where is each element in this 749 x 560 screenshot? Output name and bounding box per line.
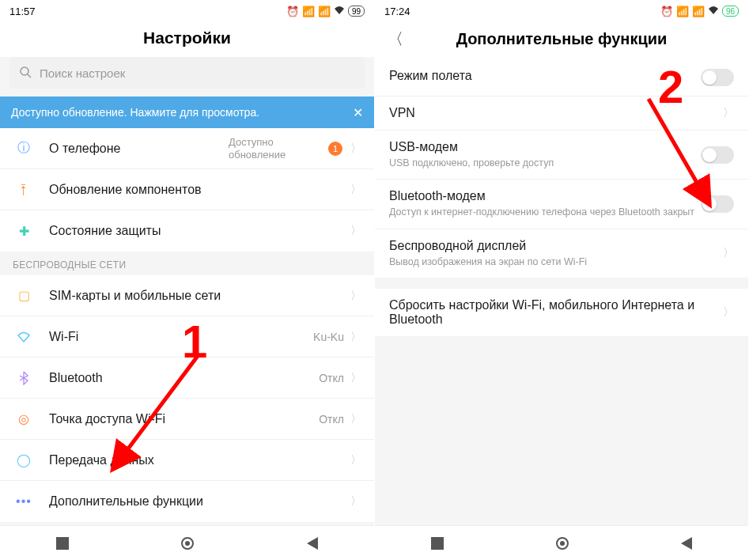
back-icon[interactable]: 〈 xyxy=(388,28,407,50)
row-value: Ku-Ku xyxy=(313,331,344,343)
search-input[interactable]: Поиск настроек xyxy=(9,57,365,89)
row-wireless-display[interactable]: Беспроводной дисплей Вывод изображения н… xyxy=(375,229,748,278)
row-label: Состояние защиты xyxy=(49,224,350,238)
row-sub: Вывод изображения на экран по сети Wi-Fi xyxy=(389,255,723,268)
row-label: Режим полета xyxy=(389,69,701,83)
nav-bar xyxy=(375,525,748,560)
alarm-icon: ⏰ xyxy=(286,6,299,17)
row-sub: Доступ к интернет-подключению телефона ч… xyxy=(389,206,701,218)
row-label: Bluetooth-модем xyxy=(389,189,701,203)
hotspot-icon: ◎ xyxy=(13,408,35,430)
signal-icon: 📶 xyxy=(676,6,689,17)
page-title: Дополнительные функции xyxy=(407,30,736,48)
row-sim[interactable]: ▢ SIM-карты и мобильные сети 〉 xyxy=(0,275,374,316)
row-airplane-mode[interactable]: Режим полета xyxy=(375,59,748,96)
nav-recents-icon[interactable] xyxy=(56,537,69,550)
signal-icon-2: 📶 xyxy=(692,6,705,17)
row-label: Сбросить настройки Wi-Fi, мобильного Инт… xyxy=(389,298,723,327)
row-vpn[interactable]: VPN 〉 xyxy=(375,96,748,131)
nav-back-icon[interactable] xyxy=(307,537,318,550)
chevron-right-icon: 〉 xyxy=(723,305,734,320)
status-icons: ⏰ 📶 📶 99 xyxy=(286,6,365,17)
status-bar: 17:24 ⏰ 📶 📶 96 xyxy=(375,0,748,22)
signal-icon-2: 📶 xyxy=(318,6,331,17)
wifi-icon xyxy=(334,6,345,17)
badge-count: 1 xyxy=(328,142,342,156)
chevron-right-icon: 〉 xyxy=(350,330,361,344)
row-bluetooth-tethering[interactable]: Bluetooth-модем Доступ к интернет-подклю… xyxy=(375,180,748,229)
title-row: 〈 Дополнительные функции xyxy=(375,22,748,59)
toggle-bluetooth-tethering[interactable] xyxy=(701,195,734,213)
nav-home-icon[interactable] xyxy=(556,537,569,550)
update-banner[interactable]: Доступно обновление. Нажмите для просмот… xyxy=(0,96,374,128)
right-phone: 17:24 ⏰ 📶 📶 96 〈 Дополнительные функции … xyxy=(374,0,748,560)
close-icon[interactable]: ✕ xyxy=(353,105,363,120)
chevron-right-icon: 〉 xyxy=(723,246,734,260)
toggle-usb-tethering[interactable] xyxy=(701,146,734,164)
row-hotspot[interactable]: ◎ Точка доступа Wi-Fi Откл 〉 xyxy=(0,399,374,440)
row-label: Дополнительные функции xyxy=(49,494,350,509)
nav-back-icon[interactable] xyxy=(681,537,692,550)
row-sub: Доступно обновление xyxy=(229,136,323,161)
chevron-right-icon: 〉 xyxy=(350,142,361,156)
nav-home-icon[interactable] xyxy=(181,537,194,550)
row-label: SIM-карты и мобильные сети xyxy=(49,289,350,303)
row-label: Bluetooth xyxy=(49,371,319,385)
chevron-right-icon: 〉 xyxy=(350,371,361,385)
row-usb-tethering[interactable]: USB-модем USB подключено, проверьте дост… xyxy=(375,131,748,180)
search-icon xyxy=(19,66,32,81)
annotation-2: 2 xyxy=(658,60,683,113)
row-reset-network[interactable]: Сбросить настройки Wi-Fi, мобильного Инт… xyxy=(375,289,748,336)
chevron-right-icon: 〉 xyxy=(350,183,361,197)
row-security-status[interactable]: ✚ Состояние защиты 〉 xyxy=(0,210,374,252)
signal-icon: 📶 xyxy=(302,6,315,17)
row-label: О телефоне xyxy=(49,142,229,156)
svg-line-1 xyxy=(28,74,31,78)
row-sub: USB подключено, проверьте доступ xyxy=(389,157,701,169)
battery-badge: 99 xyxy=(348,6,365,17)
wifi-icon xyxy=(708,6,719,17)
page-title: Настройки xyxy=(0,22,374,57)
annotation-1: 1 xyxy=(182,315,207,368)
status-bar: 11:57 ⏰ 📶 📶 99 xyxy=(0,0,374,22)
row-label: Точка доступа Wi-Fi xyxy=(49,412,319,426)
alarm-icon: ⏰ xyxy=(660,6,673,17)
data-icon: ◯ xyxy=(13,449,35,471)
chevron-right-icon: 〉 xyxy=(350,412,361,426)
upload-icon: ⭱ xyxy=(13,179,35,201)
wifi-icon xyxy=(13,326,35,348)
status-time: 11:57 xyxy=(9,6,286,17)
chevron-right-icon: 〉 xyxy=(723,106,734,120)
chevron-right-icon: 〉 xyxy=(350,494,361,509)
status-icons: ⏰ 📶 📶 96 xyxy=(660,6,739,17)
chevron-right-icon: 〉 xyxy=(350,224,361,238)
status-time: 17:24 xyxy=(384,6,660,17)
row-about-phone[interactable]: ⓘ О телефоне Доступно обновление 1 〉 xyxy=(0,128,374,169)
banner-text: Доступно обновление. Нажмите для просмот… xyxy=(11,106,353,119)
row-value: Откл xyxy=(319,413,344,426)
row-data-usage[interactable]: ◯ Передача данных 〉 xyxy=(0,440,374,481)
sim-icon: ▢ xyxy=(13,285,35,307)
toggle-airplane[interactable] xyxy=(701,69,734,86)
row-label: Обновление компонентов xyxy=(49,183,350,197)
battery-badge: 96 xyxy=(722,6,739,17)
row-component-updates[interactable]: ⭱ Обновление компонентов 〉 xyxy=(0,169,374,210)
row-more-functions[interactable]: ••• Дополнительные функции 〉 xyxy=(0,481,374,522)
search-placeholder: Поиск настроек xyxy=(40,66,125,80)
svg-point-0 xyxy=(21,67,28,75)
shield-icon: ✚ xyxy=(13,220,35,242)
bluetooth-icon xyxy=(13,367,35,389)
chevron-right-icon: 〉 xyxy=(350,453,361,467)
row-value: Откл xyxy=(319,372,344,384)
right-content: Режим полета VPN 〉 USB-модем USB подключ… xyxy=(375,59,748,525)
nav-bar xyxy=(0,525,374,560)
left-phone: 11:57 ⏰ 📶 📶 99 Настройки Поиск настроек … xyxy=(0,0,374,560)
row-label: Беспроводной дисплей xyxy=(389,239,723,253)
row-label: USB-модем xyxy=(389,140,701,154)
left-content: Поиск настроек Доступно обновление. Нажм… xyxy=(0,57,374,525)
row-label: Передача данных xyxy=(49,453,350,467)
more-icon: ••• xyxy=(13,490,35,513)
nav-recents-icon[interactable] xyxy=(431,537,444,550)
section-wireless: БЕСПРОВОДНЫЕ СЕТИ xyxy=(0,252,374,275)
chevron-right-icon: 〉 xyxy=(350,289,361,303)
